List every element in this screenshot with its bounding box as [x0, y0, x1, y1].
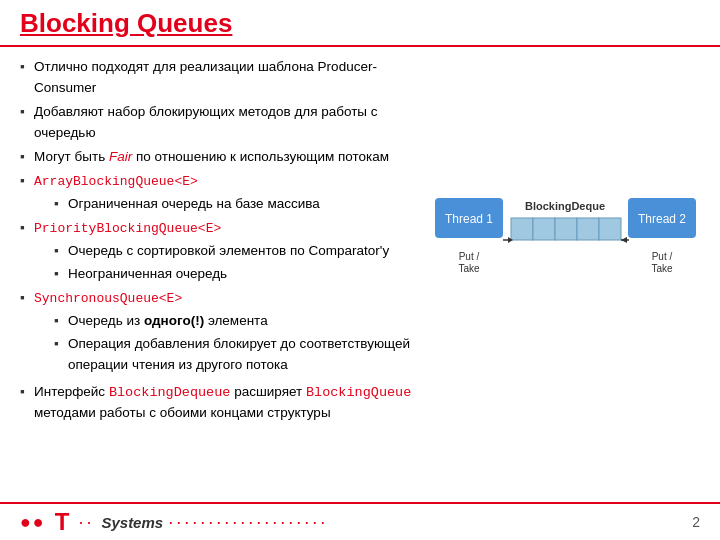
svg-marker-8	[621, 237, 627, 243]
sub-list-item: Ограниченная очередь на базе массива	[54, 194, 420, 215]
content-area: Отлично подходят для реализации шаблона …	[0, 57, 720, 427]
list-item: PriorityBlockingQueue<E> Очередь с сорти…	[20, 218, 420, 285]
svg-rect-4	[599, 218, 621, 240]
thread2-label: Thread 2	[637, 212, 685, 226]
list-item: Могут быть Fair по отношению к использую…	[20, 147, 420, 168]
sub-list-item: Операция добавления блокирует до соответ…	[54, 334, 420, 376]
bottom-bar: ●● T ·· Systems ···················· 2	[0, 502, 720, 540]
svg-text:Take: Take	[651, 263, 673, 274]
svg-rect-1	[533, 218, 555, 240]
put-take-left: Put /	[458, 251, 479, 262]
svg-text:Take: Take	[458, 263, 480, 274]
list-item: SynchronousQueue<E> Очередь из одного(!)…	[20, 288, 420, 376]
slide-title: Blocking Queues	[20, 8, 700, 39]
blocking-deque-label: BlockingDeque	[524, 200, 604, 212]
list-item: Отлично подходят для реализации шаблона …	[20, 57, 420, 99]
title-bar: Blocking Queues	[0, 0, 720, 47]
blocking-deque-diagram: Thread 1 Thread 2 BlockingDeque	[433, 188, 698, 308]
svg-rect-2	[555, 218, 577, 240]
put-take-right: Put /	[651, 251, 672, 262]
thread1-label: Thread 1	[444, 212, 492, 226]
slide: Blocking Queues Отлично подходят для реа…	[0, 0, 720, 540]
main-list: Отлично подходят для реализации шаблона …	[20, 57, 420, 424]
svg-rect-3	[577, 218, 599, 240]
list-item: ArrayBlockingQueue<E> Ограниченная очере…	[20, 171, 420, 215]
page-number: 2	[692, 514, 700, 530]
text-column: Отлично подходят для реализации шаблона …	[20, 57, 420, 427]
logo-area: ●● T ·· Systems ····················	[20, 508, 328, 536]
interface-list-item: Интерфейс BlockingDequeue расширяет Bloc…	[20, 382, 420, 425]
diagram: Thread 1 Thread 2 BlockingDeque	[433, 188, 698, 312]
svg-rect-0	[511, 218, 533, 240]
logo-text: Systems	[101, 514, 163, 531]
sub-list-item: Неограниченная очередь	[54, 264, 420, 285]
list-item: Добавляют набор блокирующих методов для …	[20, 102, 420, 144]
diagram-column: Thread 1 Thread 2 BlockingDeque	[430, 67, 700, 427]
sub-list-item: Очередь с сортировкой элементов по Compa…	[54, 241, 420, 262]
sub-list-item: Очередь из одного(!) элемента	[54, 311, 420, 332]
